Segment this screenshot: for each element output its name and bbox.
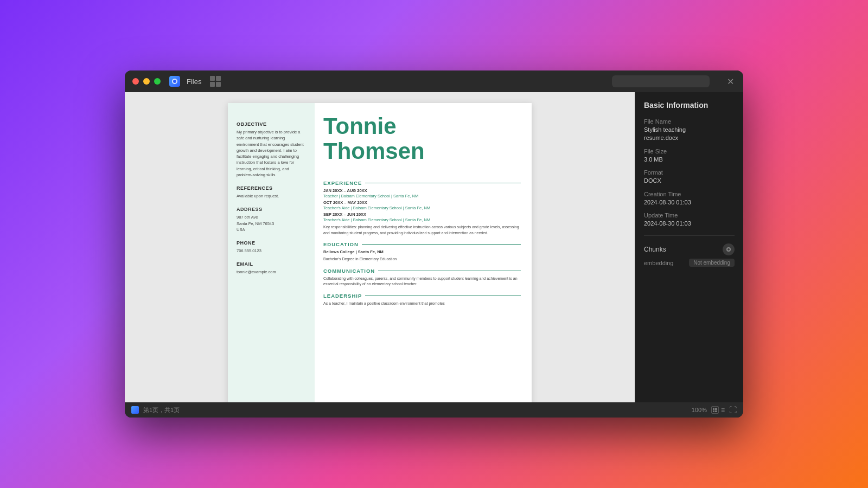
edu1: Bellows College | Santa Fe, NM <box>323 249 521 254</box>
view-mode-icons: ≡ <box>711 406 725 414</box>
exp2-date: OCT 20XX – MAY 20XX <box>323 200 521 205</box>
fullscreen-icon[interactable]: ⛶ <box>729 406 737 414</box>
update-time-value: 2024-08-30 01:03 <box>644 220 735 228</box>
main-content: OBJECTIVE My primary objective is to pro… <box>125 92 743 402</box>
format-row: Format DOCX <box>644 169 735 185</box>
exp-description: Key responsibilities: planning and deliv… <box>323 224 521 236</box>
file-name-label: File Name <box>644 118 735 125</box>
document-page: OBJECTIVE My primary objective is to pro… <box>228 103 532 402</box>
resume-left-column: OBJECTIVE My primary objective is to pro… <box>228 103 315 402</box>
creation-time-row: Creation Time 2024-08-30 01:03 <box>644 191 735 207</box>
close-button[interactable] <box>132 78 139 85</box>
references-title: REFERENCES <box>237 185 306 191</box>
minimize-button[interactable] <box>143 78 150 85</box>
exp2-company: Teacher's Aide | Balsam Elementary Schoo… <box>323 206 521 210</box>
communication-section: COMMUNICATION Collaborating with colleag… <box>323 268 521 287</box>
experience-title: EXPERIENCE <box>323 180 521 186</box>
experience-section: EXPERIENCE JAN 20XX – AUG 20XX Teacher |… <box>323 180 521 236</box>
svg-point-1 <box>173 80 176 83</box>
leadership-title: LEADERSHIP <box>323 293 521 299</box>
resume-right-column: Tonnie Thomsen EXPERIENCE JAN 20XX – AUG… <box>315 103 532 402</box>
embedding-row: embedding Not embedding <box>644 259 735 267</box>
maximize-button[interactable] <box>154 78 161 85</box>
chunks-row: Chunks <box>644 243 735 255</box>
file-size-row: File Size 3.0 MB <box>644 148 735 164</box>
file-name-row: File Name Stylish teachingresume.docx <box>644 118 735 143</box>
exp3-company: Teacher's Aide | Balsam Elementary Schoo… <box>323 217 521 222</box>
references-text: Available upon request. <box>237 193 306 199</box>
objective-title: OBJECTIVE <box>237 121 306 127</box>
window-close-button[interactable]: ✕ <box>725 76 736 87</box>
creation-time-value: 2024-08-30 01:03 <box>644 198 735 207</box>
chunks-dot <box>726 247 731 252</box>
app-title: Files <box>187 78 201 86</box>
grid-icon[interactable] <box>210 76 221 87</box>
address-content: 987 6th Ave Santa Fe, NM 76543 USA <box>237 214 306 233</box>
update-time-label: Update Time <box>644 212 735 219</box>
chunks-icon[interactable] <box>723 243 735 255</box>
exp1-company: Teacher | Balsam Elementary School | San… <box>323 194 521 198</box>
grid-view-icon[interactable] <box>711 406 719 414</box>
app-icon <box>169 76 180 87</box>
status-bar: 第1页，共1页 100% ≡ ⛶ <box>125 402 743 418</box>
status-app-icon <box>131 406 139 414</box>
zoom-level: 100% <box>692 407 707 413</box>
edu2: Bachelor's Degree in Elementary Educatio… <box>323 256 521 262</box>
search-input[interactable] <box>612 75 710 87</box>
communication-title: COMMUNICATION <box>323 268 521 274</box>
file-size-value: 3.0 MB <box>644 156 735 164</box>
document-viewer[interactable]: OBJECTIVE My primary objective is to pro… <box>125 92 635 402</box>
education-title: EDUCATION <box>323 241 521 247</box>
email-title: EMAIL <box>237 261 306 267</box>
resume-name: Tonnie Thomsen <box>323 114 521 164</box>
file-name-value: Stylish teachingresume.docx <box>644 126 735 143</box>
exp1-date: JAN 20XX – AUG 20XX <box>323 188 521 193</box>
phone-title: PHONE <box>237 240 306 246</box>
chunks-label: Chunks <box>644 246 666 253</box>
format-value: DOCX <box>644 177 735 185</box>
page-info: 第1页，共1页 <box>143 406 180 414</box>
status-bar-right: 100% ≡ ⛶ <box>692 406 737 414</box>
leadership-section: LEADERSHIP As a teacher, I maintain a po… <box>323 293 521 307</box>
list-view-icon[interactable]: ≡ <box>721 406 725 414</box>
main-window: Files ✕ OBJECTIVE My primary objective i… <box>125 70 743 418</box>
info-panel: Basic Information File Name Stylish teac… <box>635 92 743 402</box>
format-label: Format <box>644 169 735 176</box>
update-time-row: Update Time 2024-08-30 01:03 <box>644 212 735 228</box>
titlebar: Files ✕ <box>125 70 743 92</box>
divider <box>644 235 735 236</box>
leadership-text: As a teacher, I maintain a positive clas… <box>323 301 521 307</box>
email-value: tonnie@example.com <box>237 269 306 275</box>
communication-text: Collaborating with colleagues, parents, … <box>323 276 521 287</box>
creation-time-label: Creation Time <box>644 191 735 197</box>
file-size-label: File Size <box>644 148 735 155</box>
address-title: ADDRESS <box>237 207 306 212</box>
embedding-badge[interactable]: Not embedding <box>689 259 735 267</box>
objective-text: My primary objective is to provide a saf… <box>237 129 306 178</box>
phone-value: 706.555.0123 <box>237 248 306 254</box>
info-panel-title: Basic Information <box>644 101 735 110</box>
exp3-date: SEP 20XX – JUN 20XX <box>323 212 521 217</box>
education-section: EDUCATION Bellows College | Santa Fe, NM… <box>323 241 521 262</box>
embedding-label: embedding <box>644 260 673 266</box>
